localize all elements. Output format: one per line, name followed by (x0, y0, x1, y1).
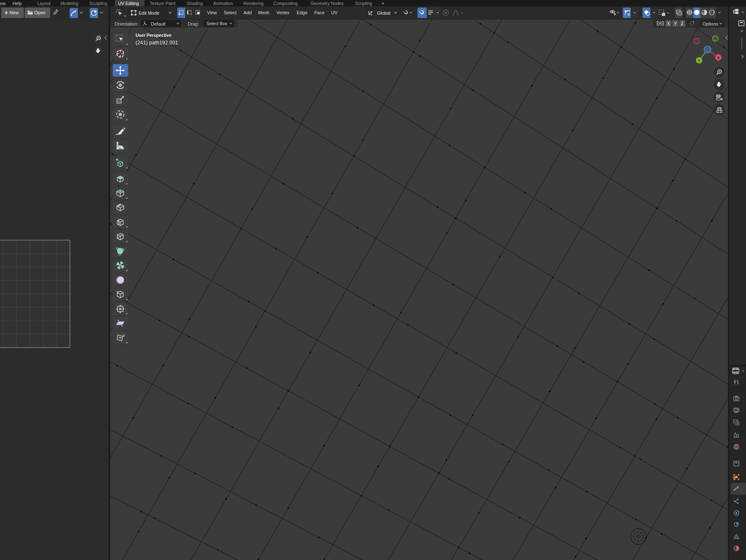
svg-text:Y: Y (698, 58, 701, 63)
svg-text:X: X (717, 55, 720, 60)
